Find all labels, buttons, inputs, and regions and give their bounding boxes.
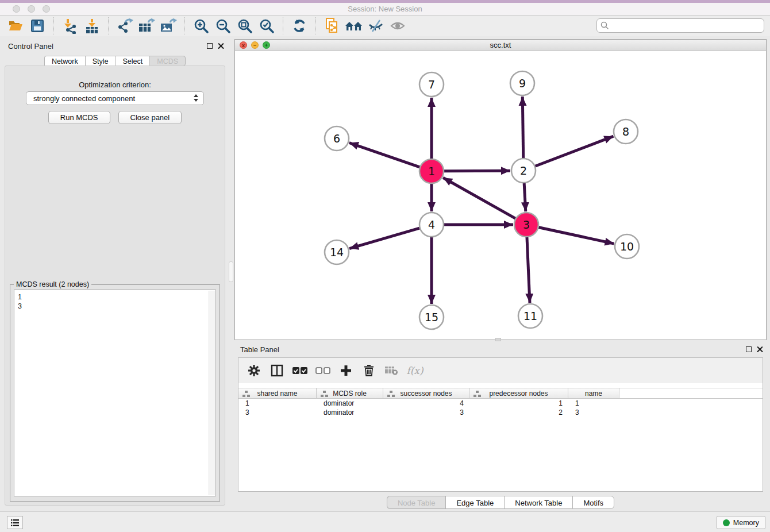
import-table-button[interactable] xyxy=(81,16,103,36)
hide-selected-button[interactable] xyxy=(365,16,387,36)
tab-select[interactable]: Select xyxy=(116,56,150,66)
column-label: MCDS role xyxy=(333,390,367,398)
apply-layout-button[interactable] xyxy=(288,16,310,36)
cell-mcds-role[interactable]: dominator xyxy=(317,408,383,417)
function-builder-button[interactable]: f(x) xyxy=(405,361,425,380)
show-all-button[interactable] xyxy=(387,16,409,36)
mcds-result-textarea[interactable]: 1 3 xyxy=(14,290,216,496)
table-rows: 1dominator4113dominator323 xyxy=(238,399,763,417)
edge-1-2[interactable] xyxy=(444,171,510,171)
column-header-shared-name[interactable]: shared name xyxy=(238,388,317,398)
tab-mcds[interactable]: MCDS xyxy=(149,56,186,66)
zoom-selected-button[interactable] xyxy=(256,16,278,36)
cell-shared-name[interactable]: 1 xyxy=(238,399,317,408)
run-mcds-button[interactable]: Run MCDS xyxy=(48,111,110,124)
node-15[interactable]: 15 xyxy=(419,305,444,329)
column-header-name[interactable]: name xyxy=(568,388,619,398)
column-header-successor-nodes[interactable]: successor nodes xyxy=(383,388,469,398)
select-all-button[interactable] xyxy=(290,361,310,380)
cell-name[interactable]: 1 xyxy=(568,399,619,408)
vertical-split-handle[interactable] xyxy=(229,261,233,282)
tab-edge-table[interactable]: Edge Table xyxy=(445,496,504,509)
show-column-panel-button[interactable] xyxy=(267,361,287,380)
tab-network-table[interactable]: Network Table xyxy=(504,496,572,509)
result-scrollbar[interactable] xyxy=(209,291,215,495)
cell-successor-nodes[interactable]: 3 xyxy=(383,408,469,417)
export-network-button[interactable] xyxy=(114,16,136,36)
table-settings-button[interactable] xyxy=(244,361,264,380)
export-table-button[interactable] xyxy=(136,16,157,36)
import-table-icon xyxy=(84,18,100,34)
node-8[interactable]: 8 xyxy=(614,119,638,144)
node-3[interactable]: 3 xyxy=(514,213,538,237)
node-11[interactable]: 11 xyxy=(518,304,542,328)
cell-successor-nodes[interactable]: 4 xyxy=(383,399,469,408)
table-row[interactable]: 1dominator411 xyxy=(238,399,763,408)
close-panel-button[interactable]: Close panel xyxy=(118,111,182,124)
float-panel-icon[interactable] xyxy=(746,346,752,352)
mcds-panel: Optimization criterion: strongly connect… xyxy=(5,65,225,506)
first-neighbors-button[interactable] xyxy=(343,16,365,36)
tab-node-table[interactable]: Node Table xyxy=(387,496,446,509)
search-input[interactable] xyxy=(612,21,760,30)
cell-predecessor-nodes[interactable]: 2 xyxy=(469,408,568,417)
export-image-button[interactable] xyxy=(157,16,179,36)
task-history-button[interactable] xyxy=(7,516,23,529)
edge-3-1[interactable] xyxy=(443,178,516,218)
svg-text:9: 9 xyxy=(519,77,526,90)
edge-1-6[interactable] xyxy=(349,143,420,168)
node-2[interactable]: 2 xyxy=(511,159,536,183)
tab-network[interactable]: Network xyxy=(44,56,85,66)
delete-column-button[interactable] xyxy=(359,361,379,380)
node-14[interactable]: 14 xyxy=(325,240,349,264)
close-panel-icon[interactable] xyxy=(218,43,224,49)
cell-predecessor-nodes[interactable]: 1 xyxy=(469,399,568,408)
select-all-icon xyxy=(292,367,307,375)
network-canvas[interactable]: 1234678910111415 xyxy=(235,51,766,340)
close-panel-icon[interactable] xyxy=(757,346,763,352)
deselect-all-button[interactable] xyxy=(313,361,333,380)
import-network-button[interactable] xyxy=(59,16,81,36)
deselect-all-icon xyxy=(315,367,330,375)
cell-mcds-role[interactable]: dominator xyxy=(317,399,383,408)
edge-2-9[interactable] xyxy=(522,97,523,159)
node-1[interactable]: 1 xyxy=(419,159,444,183)
float-panel-icon[interactable] xyxy=(207,43,213,49)
node-10[interactable]: 10 xyxy=(615,234,639,259)
network-window-titlebar[interactable]: x – + scc.txt xyxy=(235,40,766,51)
node-6[interactable]: 6 xyxy=(325,126,349,151)
clone-network-button[interactable] xyxy=(321,16,343,36)
open-session-button[interactable] xyxy=(5,16,26,36)
edge-3-11[interactable] xyxy=(527,237,530,303)
tab-motifs[interactable]: Motifs xyxy=(572,496,614,509)
delete-table-button[interactable] xyxy=(382,361,402,380)
horizontal-split-handle[interactable] xyxy=(495,338,501,341)
edge-2-3[interactable] xyxy=(524,183,526,211)
add-column-button[interactable] xyxy=(336,361,356,380)
column-header-mcds-role[interactable]: MCDS role xyxy=(317,388,383,398)
cell-shared-name[interactable]: 3 xyxy=(238,408,317,417)
search-box[interactable] xyxy=(596,18,764,33)
edge-4-14[interactable] xyxy=(349,228,420,249)
memory-button[interactable]: Memory xyxy=(717,516,765,529)
criterion-dropdown[interactable]: strongly connected component xyxy=(26,91,204,105)
node-7[interactable]: 7 xyxy=(419,72,444,97)
tab-style[interactable]: Style xyxy=(85,56,116,66)
zoom-out-button[interactable] xyxy=(212,16,234,36)
node-9[interactable]: 9 xyxy=(510,71,534,95)
column-label: successor nodes xyxy=(400,390,452,398)
window-titlebar[interactable]: Session: New Session xyxy=(0,3,770,16)
network-view-window: x – + scc.txt 1234678910111415 xyxy=(234,39,767,340)
zoom-in-button[interactable] xyxy=(190,16,212,36)
node-4[interactable]: 4 xyxy=(419,213,444,237)
column-header-predecessor-nodes[interactable]: predecessor nodes xyxy=(469,388,568,398)
edge-3-10[interactable] xyxy=(538,227,614,244)
table-row[interactable]: 3dominator323 xyxy=(238,408,763,417)
save-session-button[interactable] xyxy=(26,16,48,36)
zoom-fit-button[interactable] xyxy=(234,16,256,36)
svg-text:2: 2 xyxy=(520,164,527,177)
cell-name[interactable]: 3 xyxy=(568,408,619,417)
zoom-selected-icon xyxy=(259,18,275,34)
gear-icon xyxy=(248,364,260,377)
edge-2-8[interactable] xyxy=(535,136,614,166)
